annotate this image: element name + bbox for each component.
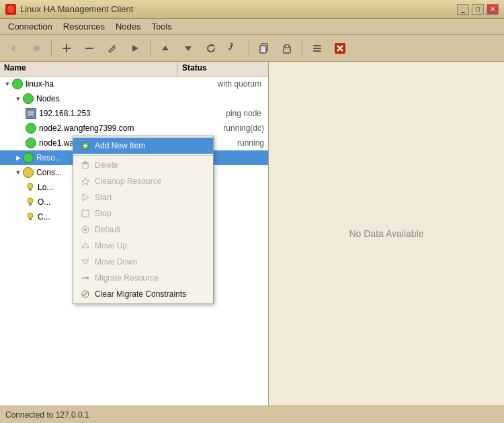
server-icon — [26, 108, 36, 119]
svg-rect-17 — [313, 48, 321, 49]
bulb-icon — [26, 212, 35, 222]
tree-node-status: with quorum — [214, 79, 268, 89]
tree-node-label: linux-ha — [26, 79, 54, 89]
node-status-icon — [26, 123, 36, 134]
status-text: Connected to 127.0.0.1 — [5, 410, 89, 420]
toolbar-sep-2 — [150, 40, 151, 56]
quit-button[interactable] — [329, 38, 351, 58]
delete-icon — [80, 160, 91, 171]
node-status-icon — [23, 93, 34, 104]
refresh-button[interactable] — [200, 38, 222, 58]
toolbar-sep-3 — [249, 40, 249, 56]
ctx-label: Stop — [95, 209, 112, 218]
node-status-icon — [26, 138, 36, 148]
expand-icon[interactable]: ▼ — [13, 169, 23, 176]
svg-rect-23 — [28, 111, 34, 113]
col-status: Status — [178, 62, 211, 76]
close-button[interactable]: ✕ — [487, 4, 499, 15]
view-button[interactable] — [306, 38, 328, 58]
status-bar: Connected to 127.0.0.1 — [0, 406, 504, 423]
title-bar-left: 🔴 Linux HA Management Client — [5, 4, 133, 15]
svg-marker-37 — [83, 194, 89, 201]
tree-row[interactable]: ▼ linux-ha with quorum — [0, 77, 268, 91]
menu-nodes[interactable]: Nodes — [110, 20, 146, 33]
default-icon — [80, 224, 91, 235]
svg-marker-42 — [82, 260, 89, 265]
tree-node-status: running(dc) — [219, 124, 268, 133]
move-down-icon — [80, 256, 91, 267]
tree-row[interactable]: ▼ Nodes — [0, 91, 268, 106]
ctx-stop[interactable]: Stop — [73, 205, 213, 222]
tree-node-label: node2.wangfeng7399.com — [39, 124, 134, 133]
menu-connection[interactable]: Connection — [3, 20, 58, 33]
no-data-label: No Data Available — [349, 228, 423, 239]
back-button[interactable] — [3, 38, 24, 58]
ctx-label: Clear Migrate Constraints — [95, 289, 186, 299]
main-content: Name Status ▼ linux-ha with quorum ▼ — [0, 62, 504, 406]
node-status-icon — [23, 167, 34, 178]
ctx-start[interactable]: Start — [73, 189, 213, 205]
tree-node-label: C... — [38, 212, 50, 222]
play-button[interactable] — [124, 38, 146, 58]
add-icon — [80, 140, 91, 151]
toolbar-sep-4 — [302, 40, 302, 56]
paste-button[interactable] — [276, 38, 298, 58]
menu-bar: Connection Resources Nodes Tools — [0, 19, 504, 35]
svg-rect-34 — [83, 163, 88, 169]
cleanup-icon — [80, 176, 91, 187]
menu-tools[interactable]: Tools — [146, 20, 177, 33]
move-down-button[interactable] — [177, 38, 199, 58]
ctx-cleanup[interactable]: Cleanup Resource — [73, 173, 213, 189]
migrate-icon — [80, 273, 91, 283]
ctx-label: Start — [95, 193, 112, 202]
ctx-delete[interactable]: Delete — [73, 157, 213, 173]
tree-node-status: ping node — [222, 109, 268, 118]
toolbar-sep-1 — [51, 40, 52, 56]
start-icon — [80, 192, 91, 203]
ctx-clear-migrate[interactable]: Clear Migrate Constraints — [73, 286, 213, 302]
undo-button[interactable] — [223, 38, 245, 58]
expand-icon[interactable]: ▼ — [13, 95, 23, 102]
tree-node-label: Nodes — [36, 94, 60, 103]
tree-row[interactable]: 192.168.1.253 ping node — [0, 106, 268, 121]
ctx-move-down[interactable]: Move Down — [73, 254, 213, 270]
forward-button[interactable] — [26, 38, 47, 58]
bulb-icon — [26, 183, 35, 192]
ctx-label: Move Down — [95, 257, 137, 267]
ctx-move-up[interactable]: Move Up — [73, 238, 213, 254]
svg-marker-8 — [162, 46, 169, 50]
ctx-label: Move Up — [95, 241, 127, 250]
col-name: Name — [0, 62, 178, 76]
ctx-label: Add New Item — [95, 141, 145, 150]
svg-rect-28 — [29, 203, 32, 205]
menu-resources[interactable]: Resources — [58, 20, 110, 33]
ctx-migrate[interactable]: Migrate Resource — [73, 270, 213, 286]
add-button[interactable] — [56, 38, 77, 58]
node-status-icon — [12, 79, 23, 89]
svg-rect-26 — [29, 189, 32, 191]
window-controls[interactable]: _ □ ✕ — [457, 4, 499, 15]
ctx-separator — [73, 155, 213, 156]
clear-migrate-icon — [80, 289, 91, 299]
ctx-label: Delete — [95, 160, 118, 170]
svg-rect-16 — [313, 45, 321, 46]
copy-button[interactable] — [253, 38, 275, 58]
minimize-button[interactable]: _ — [457, 4, 469, 15]
svg-rect-13 — [260, 46, 266, 53]
tree-node-status: running — [233, 138, 268, 148]
expand-icon[interactable]: ▼ — [3, 81, 12, 87]
svg-line-6 — [114, 45, 115, 46]
svg-point-40 — [84, 228, 87, 231]
expand-icon[interactable]: ▶ — [13, 154, 23, 161]
maximize-button[interactable]: □ — [472, 4, 484, 15]
ctx-label: Migrate Resource — [95, 273, 159, 283]
svg-marker-41 — [82, 243, 89, 248]
tree-node-label: O... — [38, 197, 50, 207]
tree-node-label: 192.168.1.253 — [39, 109, 91, 118]
move-up-button[interactable] — [155, 38, 176, 58]
edit-button[interactable] — [101, 38, 123, 58]
remove-button[interactable] — [79, 38, 100, 58]
ctx-default[interactable]: Default — [73, 222, 213, 238]
ctx-add-new-item[interactable]: Add New Item — [73, 138, 213, 154]
tree-row[interactable]: node2.wangfeng7399.com running(dc) — [0, 121, 268, 136]
